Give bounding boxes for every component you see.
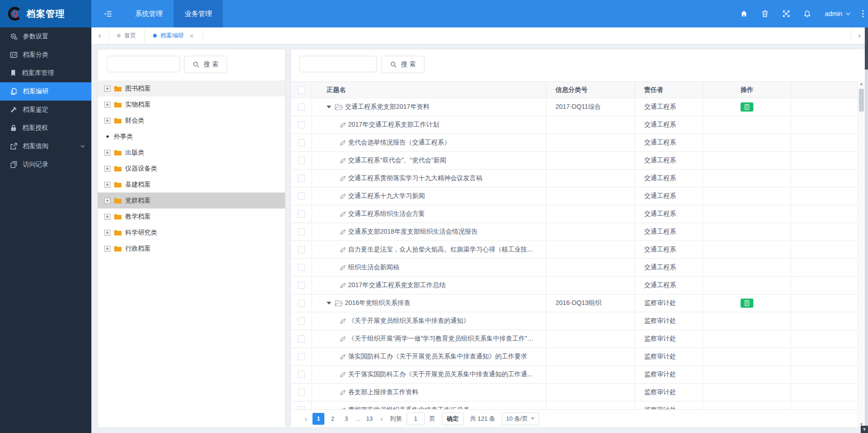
caret-down-icon[interactable] [327,106,331,108]
page-number-13[interactable]: 13 [364,413,375,424]
select-all-checkbox[interactable] [298,86,305,94]
tree-node-8[interactable]: 教学档案 [98,208,285,225]
sidebar-item-0[interactable]: 参数设置 [0,27,91,46]
sidebar-collapse-button[interactable] [91,0,124,27]
row-filler [791,241,857,258]
row-code [546,205,635,223]
table-search-button[interactable]: 搜 索 [381,56,424,73]
sidebar-item-label: 档案鉴定 [23,106,85,114]
page-number-2[interactable]: 2 [327,413,338,424]
column-header-title: 正题名 [312,82,546,98]
page-jump-input[interactable] [407,412,425,425]
expand-icon[interactable] [776,0,797,27]
tree-node-7[interactable]: 党群档案 [98,192,285,208]
row-checkbox[interactable] [298,264,305,271]
prev-page-button[interactable]: ‹ [302,415,310,422]
row-checkbox[interactable] [298,353,305,360]
page-scrollbar[interactable] [865,27,868,426]
tree-node-0[interactable]: 图书档案 [98,80,285,96]
tree-search-input[interactable] [107,56,180,72]
page-scrollbar-thumb[interactable] [865,27,868,69]
trash-icon[interactable] [755,0,776,27]
row-owner: 交通工程系 [635,241,703,258]
tree-node-label: 出版类 [125,149,144,157]
table-row-13: 《关于组织开展“两学一做”学习教育党员组织关系集中排查工作”回...监察审计处 [291,330,857,348]
jump-confirm-button[interactable]: 确定 [442,412,464,425]
sidebar-item-2[interactable]: 档案库管理 [0,64,91,82]
sidebar-item-4[interactable]: 档案鉴定 [0,101,91,119]
row-checkbox[interactable] [298,157,305,164]
plus-box-icon [104,246,111,252]
tab-close-icon[interactable]: ✕ [189,32,194,39]
tabs-scroll-left-button[interactable]: ‹ [91,27,109,44]
more-menu-icon[interactable] [858,0,868,27]
share-icon [10,143,17,150]
plus-box-icon [104,214,111,220]
bullet-icon [104,135,111,138]
tree-node-3[interactable]: 外事类 [98,128,285,144]
tree-node-9[interactable]: 科学研究类 [98,225,285,241]
sidebar-item-5[interactable]: 档案授权 [0,119,91,137]
row-owner: 交通工程系 [635,98,703,116]
tree-node-5[interactable]: 仪器设备类 [98,160,285,176]
folder-icon [114,213,122,220]
sidebar-item-label: 档案库管理 [22,69,85,77]
sidebar-item-label: 访问记录 [23,160,85,169]
tree-node-1[interactable]: 实物档案 [98,96,285,112]
navbar-spacer [223,0,734,27]
admin-menu[interactable]: admin [818,0,858,27]
row-checkbox[interactable] [298,317,305,325]
row-checkbox[interactable] [298,228,305,235]
leaf-icon [339,122,346,128]
column-header-filler [791,82,857,98]
page-ellipsis: ... [355,415,361,422]
row-checkbox[interactable] [298,103,305,111]
next-page-button[interactable]: › [378,415,386,422]
page-scroll-corner[interactable]: ▼ [861,426,868,433]
sidebar-item-7[interactable]: 访问记录 [0,155,91,174]
tree-node-6[interactable]: 基建档案 [98,176,285,192]
sidebar-item-3[interactable]: 档案编研 [0,82,91,101]
page-number-1[interactable]: 1 [312,413,324,425]
id-card-icon [10,51,17,59]
row-checkbox[interactable] [298,371,305,378]
sidebar-item-1[interactable]: 档案分类 [0,46,91,64]
sidebar-item-6[interactable]: 档案借阅 [0,137,91,155]
row-checkbox[interactable] [298,139,305,146]
row-checkbox[interactable] [298,335,305,342]
menu-business-management[interactable]: 业务管理 [174,0,223,27]
row-checkbox[interactable] [298,175,305,182]
scrollbar-thumb[interactable] [859,89,864,112]
row-action-button[interactable] [741,299,753,308]
table-scrollbar[interactable]: ▲ ▼ [857,80,865,428]
leaf-icon [339,193,346,200]
table-header-row: 正题名 信息分类号 责任者 操作 [291,81,857,98]
caret-down-icon[interactable] [327,302,331,305]
tab-1[interactable]: 档案编研✕ [145,27,203,44]
tree-search-button[interactable]: 搜 索 [184,56,227,73]
table-search-input[interactable] [299,56,377,72]
row-checkbox[interactable] [298,121,305,128]
row-checkbox[interactable] [298,192,305,200]
page-size-select[interactable]: 10 条/页 [502,412,540,425]
row-checkbox[interactable] [298,282,305,289]
sidebar-item-label: 档案分类 [23,51,85,59]
tree-node-label: 财会类 [125,117,144,125]
tree-node-10[interactable]: 行政档案 [98,241,285,257]
row-checkbox[interactable] [298,246,305,253]
search-icon [390,61,397,68]
scroll-up-arrow-icon[interactable]: ▲ [858,81,865,86]
page-number-3[interactable]: 3 [341,413,352,424]
row-checkbox[interactable] [298,210,305,218]
tab-0[interactable]: 首页 [109,27,145,44]
tree-node-2[interactable]: 财会类 [98,112,285,128]
row-checkbox[interactable] [298,299,305,307]
row-action-button[interactable] [741,102,753,112]
home-icon[interactable] [734,0,755,27]
row-checkbox[interactable] [298,389,305,396]
tree-node-4[interactable]: 出版类 [98,144,285,160]
row-filler [791,312,857,330]
tree-node-label: 图书档案 [125,85,151,93]
menu-system-management[interactable]: 系统管理 [124,0,174,27]
bell-icon[interactable] [797,0,818,27]
